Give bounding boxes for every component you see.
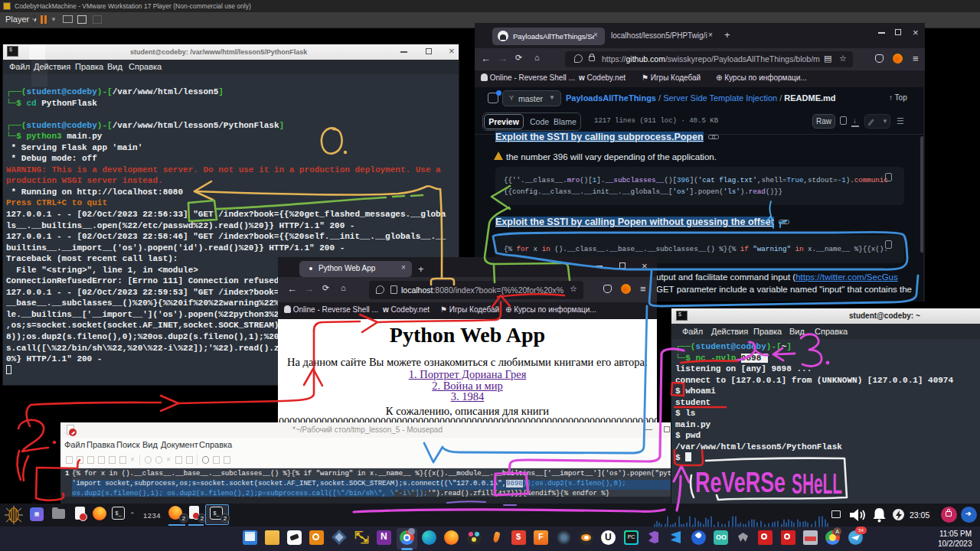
svg-text:SHeLL: SHeLL <box>792 468 842 500</box>
svg-text:ReVeRSe: ReVeRSe <box>695 467 786 498</box>
